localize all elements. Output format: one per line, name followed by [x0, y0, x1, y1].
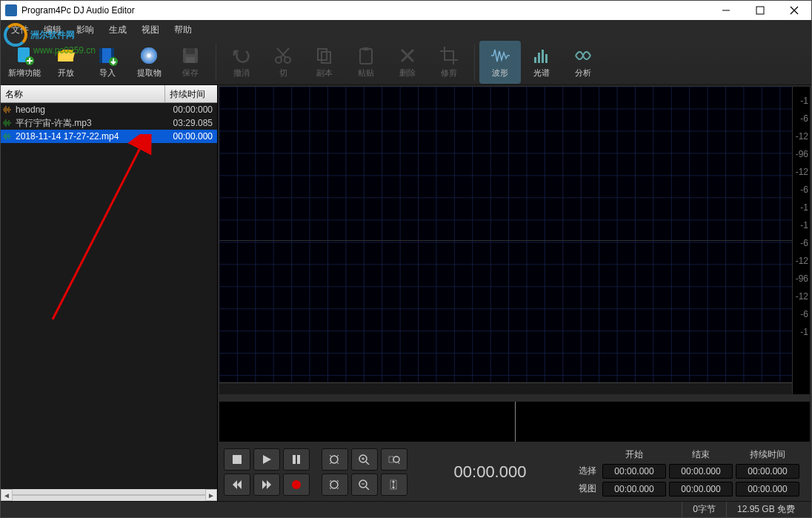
app-icon — [5, 4, 17, 16]
file-list-item[interactable]: 2018-11-14 17-27-22.mp4 00:00.000 — [1, 130, 217, 143]
scroll-left-arrow[interactable]: ◄ — [1, 489, 13, 501]
zoom-out-button[interactable] — [351, 474, 378, 496]
svg-rect-28 — [534, 57, 536, 63]
zoom-fit-button[interactable] — [322, 448, 348, 471]
file-list-panel: 名称 持续时间 heodng 00:00:000 平行宇宙-许嵩.mp3 03:… — [1, 85, 218, 501]
copy-icon — [314, 45, 335, 66]
cd-extract-icon — [139, 45, 159, 66]
range-header-duration: 持续时间 — [736, 448, 799, 461]
selection-start[interactable]: 00:00.000 — [602, 464, 666, 479]
scroll-right-arrow[interactable]: ► — [205, 489, 217, 501]
save-button[interactable]: 保存 — [170, 41, 211, 84]
paste-button[interactable]: 粘贴 — [345, 41, 387, 84]
record-button[interactable] — [283, 474, 310, 496]
close-button[interactable] — [777, 1, 811, 20]
film-import-icon — [97, 45, 118, 66]
svg-rect-17 — [186, 57, 195, 63]
maximize-button[interactable] — [743, 1, 777, 20]
audio-file-icon — [2, 105, 13, 114]
rewind-button[interactable] — [224, 474, 250, 496]
transport-panel: 00:00.000 开始 结束 持续时间 选择 00:00.000 00:00.… — [218, 443, 811, 501]
new-button[interactable]: 新增功能 — [4, 41, 45, 84]
menu-effects[interactable]: 影响 — [69, 21, 102, 39]
clipboard-icon — [356, 45, 376, 66]
audio-file-icon — [2, 119, 13, 127]
file-duration: 03:29.085 — [167, 118, 216, 128]
svg-rect-104 — [297, 455, 300, 464]
file-list-item[interactable]: 平行宇宙-许嵩.mp3 03:29.085 — [1, 116, 217, 130]
playhead-indicator — [515, 402, 516, 442]
extract-button[interactable]: 提取物 — [128, 41, 170, 84]
svg-rect-16 — [186, 48, 195, 54]
status-disk: 12.95 GB 免费 — [726, 502, 805, 517]
view-start[interactable]: 00:00.000 — [602, 482, 666, 497]
zoom-in-button[interactable] — [351, 448, 378, 471]
pause-button[interactable] — [283, 448, 310, 471]
svg-rect-114 — [389, 456, 393, 462]
zoom-reset-button[interactable] — [322, 474, 348, 496]
title-bar: Program4Pc DJ Audio Editor — [1, 1, 811, 20]
svg-rect-29 — [538, 53, 540, 63]
undo-button[interactable]: 撤消 — [221, 41, 262, 84]
scale-value: -12 — [796, 256, 808, 266]
play-button[interactable] — [253, 448, 280, 471]
svg-line-127 — [366, 487, 369, 490]
file-list-header: 名称 持续时间 — [1, 85, 217, 103]
range-row-view-label: 视图 — [573, 482, 599, 495]
column-time-header[interactable]: 持续时间 — [165, 85, 217, 102]
svg-line-123 — [337, 480, 339, 482]
scale-value: -1 — [800, 220, 808, 230]
waveform-view-button[interactable]: 波形 — [479, 41, 521, 84]
menu-view[interactable]: 视图 — [134, 21, 167, 39]
audio-file-icon — [2, 132, 13, 141]
file-list[interactable]: heodng 00:00:000 平行宇宙-许嵩.mp3 03:29.085 2… — [1, 103, 217, 489]
scale-value: -12 — [796, 167, 808, 177]
menu-edit[interactable]: 编辑 — [36, 21, 69, 39]
zoom-selection-button[interactable] — [381, 448, 407, 471]
scale-value: -1 — [800, 96, 808, 106]
sidebar-scrollbar[interactable]: ◄ ► — [1, 489, 217, 501]
range-header-start: 开始 — [602, 448, 666, 461]
open-button[interactable]: 开放 — [45, 41, 87, 84]
stop-button[interactable] — [224, 448, 250, 471]
range-header-end: 结束 — [669, 448, 733, 461]
waveform-display[interactable]: -1-6-12-96-12-6-1-1-6-12-96-12-6-1 — [218, 85, 811, 396]
svg-line-125 — [337, 488, 339, 489]
time-ruler[interactable] — [219, 382, 792, 394]
column-name-header[interactable]: 名称 — [1, 85, 165, 102]
svg-line-106 — [330, 455, 331, 456]
delete-button[interactable]: 删除 — [387, 41, 428, 84]
svg-rect-9 — [99, 48, 102, 63]
undo-icon — [231, 45, 252, 66]
analyze-button[interactable]: 分析 — [562, 41, 604, 84]
forward-button[interactable] — [253, 474, 280, 496]
minimize-button[interactable] — [709, 1, 743, 20]
svg-rect-101 — [233, 455, 242, 464]
menu-help[interactable]: 帮助 — [167, 21, 199, 39]
svg-rect-103 — [293, 455, 296, 464]
spectrum-view-button[interactable]: 光谱 — [521, 41, 562, 84]
svg-marker-117 — [233, 480, 237, 489]
spectrum-icon — [531, 45, 552, 66]
menu-generate[interactable]: 生成 — [102, 21, 134, 39]
view-end[interactable]: 00:00.000 — [669, 482, 733, 497]
save-icon — [180, 45, 201, 66]
menu-bar: 文件 编辑 影响 生成 视图 帮助 — [1, 20, 811, 39]
overview-timeline[interactable] — [218, 400, 811, 443]
status-bytes: 0字节 — [682, 502, 726, 517]
cut-button[interactable]: 切 — [262, 41, 304, 84]
zoom-vert-button[interactable] — [381, 474, 407, 496]
crop-button[interactable]: 修剪 — [428, 41, 470, 84]
file-name: 平行宇宙-许嵩.mp3 — [16, 117, 167, 130]
selection-end[interactable]: 00:00.000 — [669, 464, 733, 479]
svg-line-109 — [337, 462, 339, 464]
copy-button[interactable]: 副本 — [304, 41, 345, 84]
selection-duration[interactable]: 00:00.000 — [736, 464, 799, 479]
view-duration[interactable]: 00:00.000 — [736, 482, 799, 497]
scale-value: -6 — [800, 309, 808, 319]
analyze-icon — [573, 45, 593, 66]
menu-file[interactable]: 文件 — [4, 21, 36, 39]
range-row-selection-label: 选择 — [573, 465, 599, 477]
file-list-item[interactable]: heodng 00:00:000 — [1, 103, 217, 116]
import-button[interactable]: 导入 — [87, 41, 128, 84]
